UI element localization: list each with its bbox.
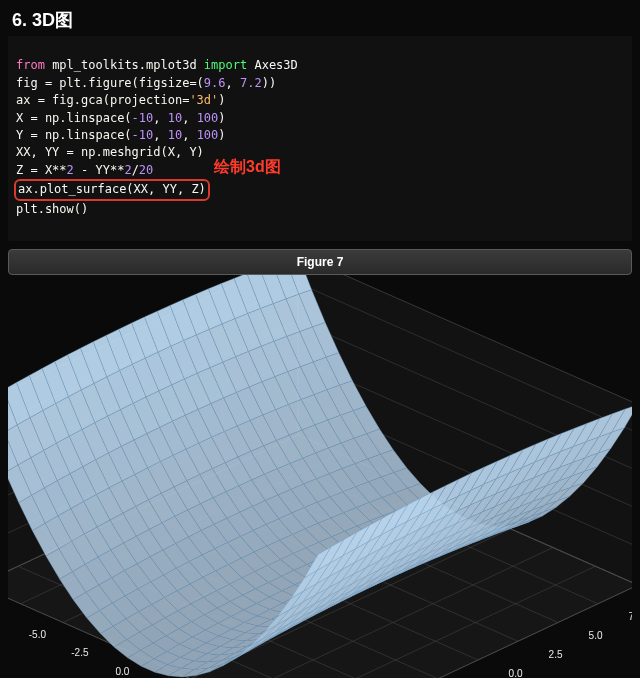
code-module: mpl_toolkits.mplot3d bbox=[45, 58, 204, 72]
code-number: 10 bbox=[168, 111, 182, 125]
plot-svg: -10.0-7.5-5.0-2.50.02.55.07.510.0-10.0-7… bbox=[8, 275, 632, 678]
code-number: 2 bbox=[124, 163, 131, 177]
code-string: '3d' bbox=[189, 93, 218, 107]
code-text: , bbox=[153, 128, 167, 142]
code-number: 2 bbox=[67, 163, 74, 177]
code-number: 20 bbox=[139, 163, 153, 177]
code-number: 9.6 bbox=[204, 76, 226, 90]
code-block: from mpl_toolkits.mplot3d import Axes3D … bbox=[8, 36, 632, 241]
code-number: -10 bbox=[132, 111, 154, 125]
code-text: ax.plot_surface(XX, YY, Z) bbox=[18, 182, 206, 196]
code-text: ) bbox=[218, 111, 225, 125]
code-symbol: Axes3D bbox=[247, 58, 298, 72]
code-text: plt.show() bbox=[16, 202, 88, 216]
svg-text:5.0: 5.0 bbox=[589, 630, 603, 641]
code-text: Y = np.linspace( bbox=[16, 128, 132, 142]
svg-text:-5.0: -5.0 bbox=[29, 629, 47, 640]
annotation-label: 绘制3d图 bbox=[214, 155, 281, 178]
code-text: , bbox=[182, 128, 196, 142]
code-text: fig = plt.figure(figsize=( bbox=[16, 76, 204, 90]
code-kw-import: import bbox=[204, 58, 247, 72]
code-text: ) bbox=[218, 128, 225, 142]
code-number: 10 bbox=[168, 128, 182, 142]
highlighted-code: ax.plot_surface(XX, YY, Z) bbox=[14, 179, 210, 200]
code-text: )) bbox=[262, 76, 276, 90]
svg-text:0.0: 0.0 bbox=[509, 668, 523, 678]
svg-text:7.5: 7.5 bbox=[629, 612, 632, 623]
code-text: , bbox=[153, 111, 167, 125]
code-number: -10 bbox=[132, 128, 154, 142]
code-text: , bbox=[182, 111, 196, 125]
svg-text:-2.5: -2.5 bbox=[71, 648, 89, 659]
code-number: 7.2 bbox=[240, 76, 262, 90]
code-text: XX, YY = np.meshgrid(X, Y) bbox=[16, 145, 204, 159]
code-kw-from: from bbox=[16, 58, 45, 72]
code-number: 100 bbox=[197, 111, 219, 125]
code-text: ax = fig.gca(projection= bbox=[16, 93, 189, 107]
plot-3d-canvas[interactable]: -10.0-7.5-5.0-2.50.02.55.07.510.0-10.0-7… bbox=[8, 275, 632, 678]
figure-title: Figure 7 bbox=[297, 255, 344, 269]
code-number: 100 bbox=[197, 128, 219, 142]
code-text: ) bbox=[218, 93, 225, 107]
code-text: / bbox=[132, 163, 139, 177]
code-text: Z = X** bbox=[16, 163, 67, 177]
figure-title-bar[interactable]: Figure 7 bbox=[8, 249, 632, 275]
svg-text:2.5: 2.5 bbox=[549, 649, 563, 660]
section-heading: 6. 3D图 bbox=[0, 0, 640, 36]
svg-text:0.0: 0.0 bbox=[115, 666, 129, 677]
code-text: , bbox=[226, 76, 240, 90]
code-text: X = np.linspace( bbox=[16, 111, 132, 125]
code-text: - YY** bbox=[74, 163, 125, 177]
